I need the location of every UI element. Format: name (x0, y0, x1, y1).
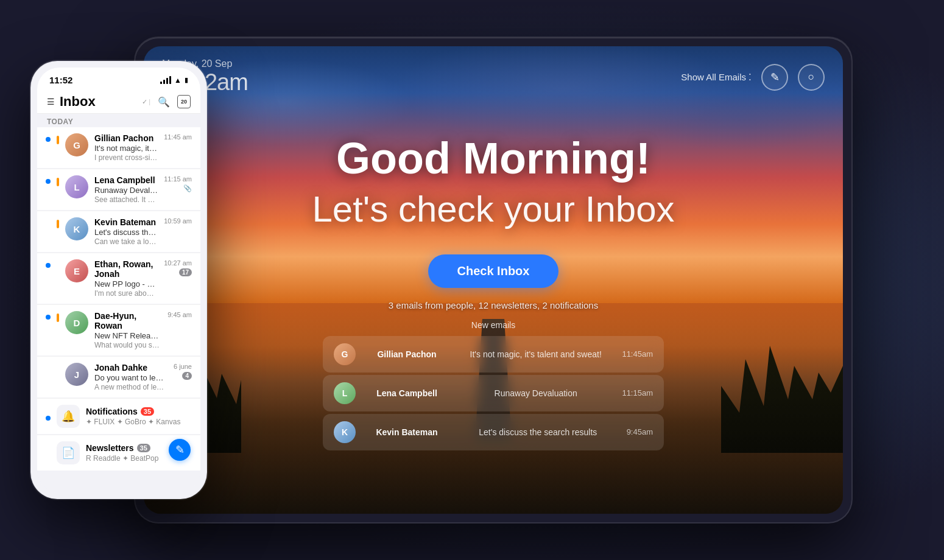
phone-calendar-icon[interactable]: 20 (177, 95, 191, 108)
newsletter-icon: 📄 (57, 441, 80, 464)
phone-time: 11:52 (49, 75, 72, 85)
phone-sender-1: Gillian Pachon (94, 133, 158, 143)
phone-time-2: 11:15 am (164, 175, 192, 183)
tablet: Monday, 20 Sep 11:52am Show All Emails ⁚… (134, 37, 853, 523)
hamburger-icon[interactable]: ☰ (47, 97, 55, 107)
phone-email-content-3: Kevin Bateman Let's discuss the search r… (94, 217, 158, 246)
phone-preview-1: I prevent cross-site scripting... (94, 153, 158, 162)
email-sender-2: Lena Campbell (364, 388, 449, 398)
phone-sender-3: Kevin Bateman (94, 217, 158, 227)
compose-fab-button[interactable]: ✎ (169, 439, 191, 461)
notifications-senders: ✦ FLUIX ✦ GoBro ✦ Kanvas (86, 418, 192, 426)
tablet-email-row-3[interactable]: K Kevin Bateman Let's discuss the search… (323, 414, 664, 450)
phone-email-item-2[interactable]: L Lena Campbell Runaway Devaluation See … (37, 169, 200, 210)
newsletters-badge: 35 (137, 444, 150, 452)
phone-sender-5: Dae-Hyun, Rowan (94, 311, 161, 331)
check-inbox-button[interactable]: Check Inbox (428, 254, 559, 288)
phone-avatar-4: E (65, 259, 88, 282)
tablet-content: Monday, 20 Sep 11:52am Show All Emails ⁚… (144, 46, 843, 514)
phone-email-item-4[interactable]: E Ethan, Rowan, Jonah New PP logo - Fina… (37, 253, 200, 304)
phone-email-content-2: Lena Campbell Runaway Devaluation See at… (94, 175, 158, 204)
phone-email-item-6[interactable]: J Jonah Dahke Do you want to learn Germa… (37, 356, 200, 397)
phone-time-5: 9:45 am (167, 311, 192, 318)
priority-flag-2 (57, 178, 59, 186)
phone-avatar-5: D (65, 311, 88, 334)
phone-meta-5: 9:45 am (167, 311, 192, 318)
bell-icon: 🔔 (57, 405, 80, 428)
phone-nav-right: ✓ | 🔍 20 (142, 95, 191, 108)
phone-preview-3: Can we take a look at the search... (94, 237, 158, 246)
phone-email-item-3[interactable]: K Kevin Bateman Let's discuss the search… (37, 211, 200, 252)
phone-email-list: Today G Gillian Pachon It's not magic, i… (37, 114, 200, 492)
badge-count-6: 4 (182, 372, 192, 380)
email-subject-1: It's not magic, it's talent and sweat! (458, 349, 613, 359)
phone-screen: 11:52 ▲ ▮ ☰ Inbox (37, 68, 200, 492)
notifications-title: Notifications 35 (86, 407, 192, 416)
phone-meta-4: 10:27 am 17 (164, 259, 192, 276)
phone-subject-2: Runaway Devaluation (94, 186, 158, 195)
priority-flag-3 (57, 220, 59, 228)
notifications-group[interactable]: 🔔 Notifications 35 ✦ FLUIX ✦ GoBro ✦ Kan… (37, 398, 200, 434)
phone-nav-left: ☰ Inbox (47, 94, 96, 110)
tablet-email-row-1[interactable]: G Gillian Pachon It's not magic, it's ta… (323, 336, 664, 373)
tablet-screen: Monday, 20 Sep 11:52am Show All Emails ⁚… (144, 46, 843, 514)
attachment-icon-5: 📎 (161, 332, 162, 340)
phone-time-1: 11:45 am (164, 133, 192, 141)
phone-meta-6: 6 june 4 (174, 363, 192, 380)
phone-status-bar: 11:52 ▲ ▮ (37, 68, 200, 89)
phone-preview-6: A new method of learning German (94, 383, 167, 391)
phone-time-3: 10:59 am (164, 217, 192, 225)
phone-meta-1: 11:45 am (164, 133, 192, 141)
email-subject-2: Runaway Devaluation (458, 388, 613, 398)
phone-time-6: 6 june (174, 363, 192, 370)
greeting-subtitle: Let's check your Inbox (312, 188, 674, 230)
status-icons: ▲ ▮ (160, 76, 188, 85)
tablet-greeting-section: Good Morning! Let's check your Inbox Che… (144, 71, 843, 514)
phone-subject-3: Let's discuss the search results (94, 228, 158, 237)
phone-section-today: Today (37, 114, 200, 127)
phone-search-icon[interactable]: 🔍 (158, 96, 170, 108)
avatar-kevin: K (334, 421, 356, 443)
phone-preview-4: I'm not sure about lowercase... (94, 289, 158, 298)
unread-dot-1 (46, 137, 51, 142)
phone-email-content-4: Ethan, Rowan, Jonah New PP logo - Final … (94, 259, 158, 298)
phone-sender-6: Jonah Dahke (94, 363, 167, 373)
avatar-gillian: G (334, 343, 356, 365)
email-summary: 3 emails from people, 12 newsletters, 2 … (389, 300, 598, 310)
check-toggle[interactable]: ✓ | (142, 98, 150, 106)
email-sender-3: Kevin Bateman (364, 427, 449, 437)
newsletters-group[interactable]: 📄 Newsletters 35 R Readdle ✦ BeatPop ✎ (37, 435, 200, 471)
avatar-lena: L (334, 382, 356, 404)
phone-avatar-2: L (65, 175, 88, 198)
email-sender-1: Gillian Pachon (364, 349, 449, 359)
phone-avatar-1: G (65, 133, 88, 156)
phone-meta-2: 11:15 am 📎 (164, 175, 192, 192)
email-time-2: 11:15am (622, 388, 653, 397)
phone-navbar: ☰ Inbox ✓ | 🔍 20 (37, 89, 200, 114)
phone-sender-4: Ethan, Rowan, Jonah (94, 259, 158, 279)
greeting-title: Good Morning! (336, 135, 650, 183)
signal-bars (160, 77, 171, 84)
priority-flag-5 (57, 313, 59, 322)
phone-email-content-5: Dae-Hyun, Rowan New NFT Release 📎 What w… (94, 311, 161, 349)
unread-dot-2 (46, 179, 51, 184)
phone-inbox-title: Inbox (60, 94, 96, 110)
phone-time-4: 10:27 am (164, 259, 192, 267)
tablet-email-row-2[interactable]: L Lena Campbell Runaway Devaluation 11:1… (323, 375, 664, 411)
attachment-icon-2: 📎 (183, 184, 192, 192)
phone: 11:52 ▲ ▮ ☰ Inbox (30, 61, 207, 499)
phone-avatar-6: J (65, 363, 88, 386)
notifications-unread-dot (46, 416, 51, 421)
tablet-email-list: G Gillian Pachon It's not magic, it's ta… (323, 336, 664, 450)
phone-subject-5: New NFT Release 📎 (94, 331, 161, 340)
phone-email-item-5[interactable]: D Dae-Hyun, Rowan New NFT Release 📎 What… (37, 304, 200, 355)
badge-count-4: 17 (179, 268, 192, 276)
battery-icon: ▮ (185, 76, 188, 84)
notifications-badge: 35 (141, 407, 154, 416)
phone-email-item-1[interactable]: G Gillian Pachon It's not magic, it's ta… (37, 127, 200, 168)
phone-subject-6: Do you want to learn German? (94, 373, 167, 382)
wifi-icon: ▲ (174, 76, 181, 85)
phone-email-content-1: Gillian Pachon It's not magic, it's tale… (94, 133, 158, 162)
unread-dot-5 (46, 315, 51, 320)
phone-sender-2: Lena Campbell (94, 175, 158, 185)
